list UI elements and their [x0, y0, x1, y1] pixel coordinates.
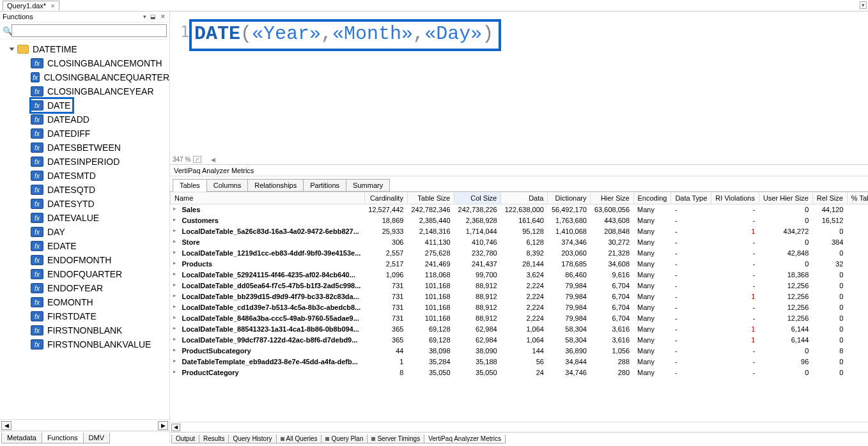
- function-item-day[interactable]: fxDAY: [31, 225, 169, 239]
- scroll-left-icon[interactable]: ◀: [171, 424, 180, 431]
- function-item-datesbetween[interactable]: fxDATESBETWEEN: [31, 141, 169, 155]
- function-item-closingbalancequarter[interactable]: fxCLOSINGBALANCEQUARTER: [31, 70, 169, 84]
- tab-results[interactable]: Results: [199, 434, 229, 443]
- fx-icon: fx: [31, 227, 43, 237]
- function-item-endofquarter[interactable]: fxENDOFQUARTER: [31, 267, 169, 281]
- formula-fn: DATE: [194, 23, 240, 45]
- function-item-closingbalancemonth[interactable]: fxCLOSINGBALANCEMONTH: [31, 56, 169, 70]
- table-row[interactable]: LocalDateTable_99dcf787-122d-42ac-b8f6-d…: [171, 335, 869, 346]
- table-row[interactable]: LocalDateTable_dd05ea64-f7c5-47b5-b1f3-2…: [171, 281, 869, 291]
- function-item-firstdate[interactable]: fxFIRSTDATE: [31, 309, 169, 323]
- table-row[interactable]: Sales12,527,442242,782,346242,738,226122…: [171, 204, 869, 215]
- functions-panel-title: Functions: [3, 13, 143, 20]
- grid-hscrollbar[interactable]: ◀ ▶: [170, 422, 868, 432]
- panel-controls[interactable]: ▾ ⬓ ✕: [143, 13, 167, 20]
- tree-root-label: DATETIME: [33, 44, 77, 54]
- function-label: ENDOFQUARTER: [47, 269, 122, 279]
- column-header[interactable]: Name: [171, 192, 365, 204]
- subtab-relationships[interactable]: Relationships: [247, 179, 304, 192]
- function-item-datesqtd[interactable]: fxDATESQTD: [31, 183, 169, 197]
- tab-query-plan[interactable]: Query Plan: [321, 434, 368, 443]
- fx-icon: fx: [31, 269, 43, 279]
- subtab-tables[interactable]: Tables: [173, 179, 207, 192]
- fx-icon: fx: [31, 241, 43, 251]
- column-header[interactable]: Encoding: [633, 192, 671, 204]
- document-tab[interactable]: Query1.dax* ×: [3, 1, 59, 10]
- function-item-eomonth[interactable]: fxEOMONTH: [31, 295, 169, 309]
- table-row[interactable]: LocalDateTable_88541323-1a31-4ca1-8b86-0…: [171, 324, 869, 335]
- metrics-grid[interactable]: NameCardinalityTable SizeCol SizeDataDic…: [170, 192, 868, 422]
- fx-icon: fx: [31, 157, 43, 167]
- square-icon: [281, 437, 284, 441]
- editor-hscrollbar[interactable]: ◀ ▶: [208, 155, 868, 164]
- subtab-columns[interactable]: Columns: [206, 179, 248, 192]
- tab-metadata[interactable]: Metadata: [1, 433, 42, 443]
- window-dropdown-icon[interactable]: ▾: [860, 1, 867, 9]
- table-row[interactable]: ProductCategory835,05035,0502434,746280M…: [171, 367, 869, 378]
- table-row[interactable]: LocalDateTable_8486a3ba-ccc5-49ab-9760-5…: [171, 313, 869, 324]
- close-tab-icon[interactable]: ×: [50, 2, 54, 10]
- function-item-endofyear[interactable]: fxENDOFYEAR: [31, 281, 169, 295]
- column-header[interactable]: Data Type: [671, 192, 711, 204]
- table-row[interactable]: LocalDateTable_52924115-4f46-4235-af02-8…: [171, 270, 869, 281]
- column-header[interactable]: Hier Size: [591, 192, 633, 204]
- column-header[interactable]: Dictionary: [548, 192, 591, 204]
- table-row[interactable]: LocalDateTable_5a26c83d-16a3-4a02-9472-6…: [171, 226, 869, 237]
- function-item-edate[interactable]: fxEDATE: [31, 239, 169, 253]
- tab-query-history[interactable]: Query History: [228, 434, 276, 443]
- function-item-endofmonth[interactable]: fxENDOFMONTH: [31, 253, 169, 267]
- expand-arrow-icon[interactable]: [10, 48, 15, 51]
- subtab-partitions[interactable]: Partitions: [303, 179, 346, 192]
- function-item-datediff[interactable]: fxDATEDIFF: [31, 127, 169, 141]
- table-row[interactable]: Products2,517241,469241,43728,144178,685…: [171, 259, 869, 270]
- function-item-dateadd[interactable]: fxDATEADD: [31, 112, 169, 127]
- column-header[interactable]: Col Size: [454, 192, 501, 204]
- subtab-summary[interactable]: Summary: [346, 179, 390, 192]
- fx-icon: fx: [31, 311, 43, 321]
- function-item-firstnonblankvalue[interactable]: fxFIRSTNONBLANKVALUE: [31, 337, 169, 351]
- fx-icon: fx: [31, 72, 40, 82]
- formula-arg-0: «Year»: [252, 23, 321, 45]
- column-header[interactable]: Table Size: [407, 192, 454, 204]
- table-row[interactable]: Store306411,130410,7466,128374,34630,272…: [171, 237, 869, 248]
- tree-root-datetime[interactable]: DATETIME: [6, 42, 169, 56]
- editor-area[interactable]: 1 DATE(«Year»,«Month»,«Day») 347 % ⤢ ◀ ▶: [170, 12, 868, 165]
- tab-server-timings[interactable]: Server Timings: [367, 434, 424, 443]
- zoom-expand-icon[interactable]: ⤢: [193, 156, 201, 163]
- tab-output[interactable]: Output: [171, 434, 199, 443]
- table-row[interactable]: LocalDateTable_bb239d15-d9d9-4f79-bc33-8…: [171, 291, 869, 302]
- function-label: CLOSINGBALANCEQUARTER: [43, 72, 169, 82]
- column-header[interactable]: RI Violations: [711, 192, 759, 204]
- function-item-firstnonblank[interactable]: fxFIRSTNONBLANK: [31, 323, 169, 337]
- scroll-left-icon[interactable]: ◀: [208, 155, 217, 164]
- horizontal-scrollbar[interactable]: ◀ ▶: [0, 419, 169, 431]
- tab-vertipaq-analyzer-metrics[interactable]: VertiPaq Analyzer Metrics: [424, 434, 506, 443]
- search-input[interactable]: [12, 24, 167, 37]
- tab-functions[interactable]: Functions: [42, 433, 84, 443]
- table-row[interactable]: Customers18,8692,385,4402,368,928161,640…: [171, 215, 869, 226]
- tab-all-queries[interactable]: All Queries: [276, 434, 322, 443]
- function-item-closingbalanceyear[interactable]: fxCLOSINGBALANCEYEAR: [31, 84, 169, 98]
- column-header[interactable]: Data: [501, 192, 548, 204]
- functions-panel: Functions ▾ ⬓ ✕ 🔍 DATETIME fxCLOSINGBALA…: [0, 12, 170, 443]
- function-item-datesmtd[interactable]: fxDATESMTD: [31, 169, 169, 183]
- function-item-date[interactable]: fxDATE: [31, 98, 73, 112]
- scroll-right-icon[interactable]: ▶: [158, 421, 168, 430]
- function-item-datesinperiod[interactable]: fxDATESINPERIOD: [31, 155, 169, 169]
- table-row[interactable]: DateTableTemplate_eb9add23-8e7e-45dd-a4f…: [171, 357, 869, 367]
- column-header[interactable]: Cardinality: [364, 192, 407, 204]
- formula-text[interactable]: DATE(«Year»,«Month»,«Day»): [194, 23, 493, 45]
- function-item-datevalue[interactable]: fxDATEVALUE: [31, 211, 169, 225]
- function-tree[interactable]: DATETIME fxCLOSINGBALANCEMONTHfxCLOSINGB…: [0, 40, 169, 419]
- scroll-track[interactable]: [13, 421, 157, 430]
- table-row[interactable]: LocalDateTable_cd1d39e7-b513-4c5a-8b3c-a…: [171, 302, 869, 313]
- column-header[interactable]: % Table: [847, 192, 868, 204]
- column-header[interactable]: Rel Size: [812, 192, 847, 204]
- function-label: DAY: [47, 227, 65, 237]
- table-row[interactable]: LocalDateTable_1219d1cc-eb83-4ddf-9bf0-3…: [171, 248, 869, 259]
- column-header[interactable]: User Hier Size: [759, 192, 812, 204]
- function-item-datesytd[interactable]: fxDATESYTD: [31, 197, 169, 211]
- scroll-left-icon[interactable]: ◀: [1, 421, 12, 430]
- table-row[interactable]: ProductSubcategory4438,09838,09014436,89…: [171, 346, 869, 357]
- tab-dmv[interactable]: DMV: [83, 433, 110, 443]
